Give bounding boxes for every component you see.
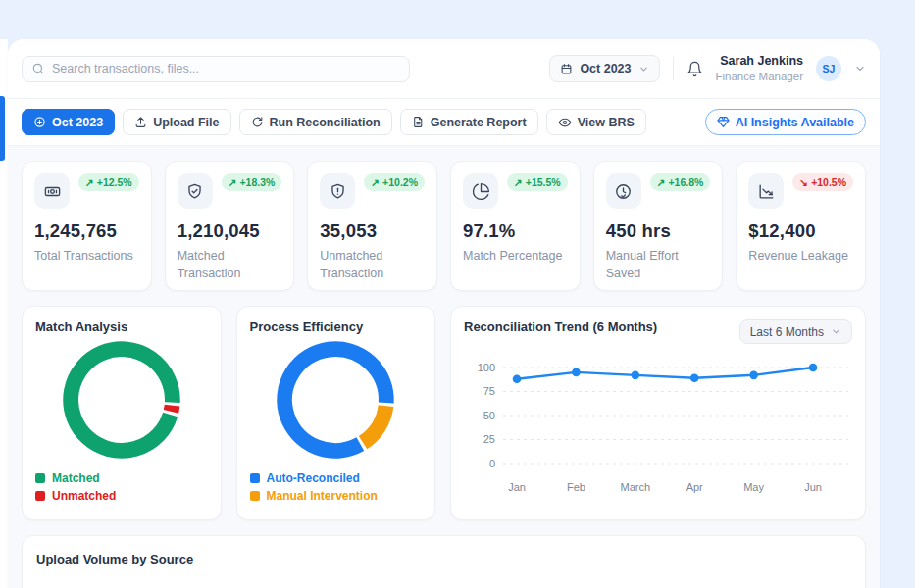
avatar[interactable]: SJ (816, 56, 841, 81)
trend-up-icon: ↗ (85, 176, 94, 188)
kpi-change-badge: ↗+16.8% (650, 173, 711, 191)
kpi-row: ↗+12.5% 1,245,765 Total Transactions ↗+1… (22, 161, 866, 291)
match-analysis-donut-chart (62, 340, 181, 460)
top-header: Oct 2023 Sarah Jenkins Finance Manager S… (8, 39, 880, 99)
process-efficiency-legend: Auto-Reconciled Manual Intervention (250, 467, 423, 503)
process-efficiency-card: Process Efficiency Auto-Reconciled Manua… (236, 306, 436, 520)
legend-item-auto-reconciled: Auto-Reconciled (250, 471, 423, 485)
refresh-icon (251, 116, 264, 128)
pie-chart-icon (463, 173, 498, 209)
actions-toolbar: Oct 2023 Upload File Run Reconciliation … (8, 99, 880, 146)
user-name: Sarah Jenkins (716, 54, 804, 70)
svg-text:May: May (743, 481, 764, 493)
trend-up-icon: ↗ (371, 176, 380, 188)
svg-text:75: 75 (483, 385, 495, 397)
legend-label: Auto-Reconciled (267, 471, 360, 485)
reconciliation-trend-line-chart: 1007550250JanFebMarchAprMayJun (464, 354, 852, 503)
kpi-label: Match Percentage (463, 247, 568, 265)
match-analysis-title: Match Analysis (35, 319, 208, 334)
kpi-card-manual-effort-saved: ↗+16.8% 450 hrs Manual Effort Saved (593, 161, 724, 291)
chevron-down-icon (831, 326, 841, 337)
kpi-change-badge: ↗+18.3% (222, 173, 282, 191)
user-info: Sarah Jenkins Finance Manager (716, 54, 804, 83)
svg-text:Jun: Jun (804, 481, 822, 493)
run-reconciliation-button[interactable]: Run Reconciliation (239, 109, 392, 135)
user-menu-chevron-icon[interactable] (854, 63, 866, 74)
chevron-down-icon (638, 64, 649, 74)
kpi-card-unmatched-transaction: ↗+10.2% 35,053 Unmatched Transaction (307, 161, 437, 291)
svg-text:Feb: Feb (567, 481, 585, 493)
notifications-bell-icon[interactable] (686, 61, 703, 77)
trend-up-icon: ↗ (514, 176, 523, 188)
legend-swatch (35, 491, 45, 501)
shield-check-icon (178, 173, 213, 209)
svg-text:Apr: Apr (686, 481, 703, 493)
kpi-card-total-transactions: ↗+12.5% 1,245,765 Total Transactions (22, 161, 152, 291)
trend-range-dropdown[interactable]: Last 6 Months (739, 319, 852, 344)
kpi-change-badge: ↗+15.5% (507, 173, 568, 191)
kpi-change-badge: ↗+10.2% (364, 173, 425, 191)
svg-text:50: 50 (483, 410, 495, 421)
eye-icon (558, 116, 572, 129)
trend-down-icon (748, 173, 784, 209)
upload-file-button[interactable]: Upload File (123, 109, 230, 135)
legend-swatch (35, 473, 45, 483)
kpi-value: 97.1% (463, 220, 568, 242)
svg-text:Jan: Jan (508, 481, 526, 493)
kpi-label: Manual Effort Saved (606, 247, 711, 282)
search-input[interactable] (52, 62, 400, 75)
calendar-icon (560, 63, 573, 75)
upload-volume-title: Upload Volume by Source (36, 552, 851, 566)
kpi-card-matched-transaction: ↗+18.3% 1,210,045 Matched Transaction (165, 161, 295, 291)
kpi-label: Unmatched Transaction (320, 247, 425, 282)
clock-check-icon (606, 173, 641, 209)
period-button[interactable]: Oct 2023 (22, 109, 115, 135)
plus-circle-icon (33, 116, 46, 128)
trend-range-label: Last 6 Months (750, 325, 824, 339)
legend-item-manual-intervention: Manual Intervention (250, 489, 423, 503)
upload-volume-card: Upload Volume by Source (22, 535, 866, 588)
ai-insights-button[interactable]: AI Insights Available (705, 109, 866, 135)
user-role: Finance Manager (716, 70, 804, 83)
trend-down-icon: ↘ (799, 176, 808, 188)
shield-alert-icon (320, 173, 355, 209)
svg-text:0: 0 (489, 458, 495, 469)
trend-up-icon: ↗ (229, 176, 237, 188)
reconciliation-trend-card: Reconciliation Trend (6 Months) Last 6 M… (450, 306, 866, 520)
search-box[interactable] (22, 56, 410, 82)
legend-swatch (250, 491, 260, 501)
dashboard-content: ↗+12.5% 1,245,765 Total Transactions ↗+1… (8, 146, 880, 588)
kpi-value: 1,245,765 (34, 220, 139, 242)
charts-row: Match Analysis Matched Unmatched Pro (22, 306, 866, 520)
banknote-icon (34, 173, 70, 209)
kpi-card-match-percentage: ↗+15.5% 97.1% Match Percentage (450, 161, 581, 291)
kpi-label: Total Transactions (34, 247, 139, 265)
kpi-card-revenue-leakage: ↘+10.5% $12,400 Revenue Leakage (736, 161, 866, 291)
legend-label: Matched (52, 471, 100, 485)
header-date-picker[interactable]: Oct 2023 (549, 55, 659, 82)
svg-text:25: 25 (483, 433, 495, 445)
kpi-change-badge: ↘+10.5% (792, 173, 853, 191)
reconciliation-trend-title: Reconciliation Trend (6 Months) (464, 319, 657, 334)
kpi-value: 1,210,045 (178, 220, 282, 242)
search-icon (31, 62, 45, 75)
view-brs-button[interactable]: View BRS (546, 109, 646, 135)
legend-label: Manual Intervention (267, 489, 378, 503)
kpi-value: 35,053 (320, 220, 425, 242)
kpi-label: Revenue Leakage (748, 247, 853, 265)
kpi-value: 450 hrs (606, 220, 711, 242)
scroll-accent-bar (0, 96, 5, 161)
file-text-icon (412, 116, 425, 128)
svg-text:March: March (621, 481, 651, 493)
svg-text:100: 100 (478, 362, 495, 373)
upload-icon (134, 116, 147, 128)
legend-label: Unmatched (52, 489, 116, 503)
main-panel: Oct 2023 Sarah Jenkins Finance Manager S… (8, 39, 880, 588)
header-date-label: Oct 2023 (580, 62, 631, 75)
kpi-change-badge: ↗+12.5% (78, 173, 139, 191)
generate-report-button[interactable]: Generate Report (400, 109, 538, 135)
header-divider (673, 57, 674, 80)
legend-swatch (250, 473, 260, 483)
trend-up-icon: ↗ (657, 176, 666, 188)
match-analysis-card: Match Analysis Matched Unmatched (22, 306, 222, 520)
